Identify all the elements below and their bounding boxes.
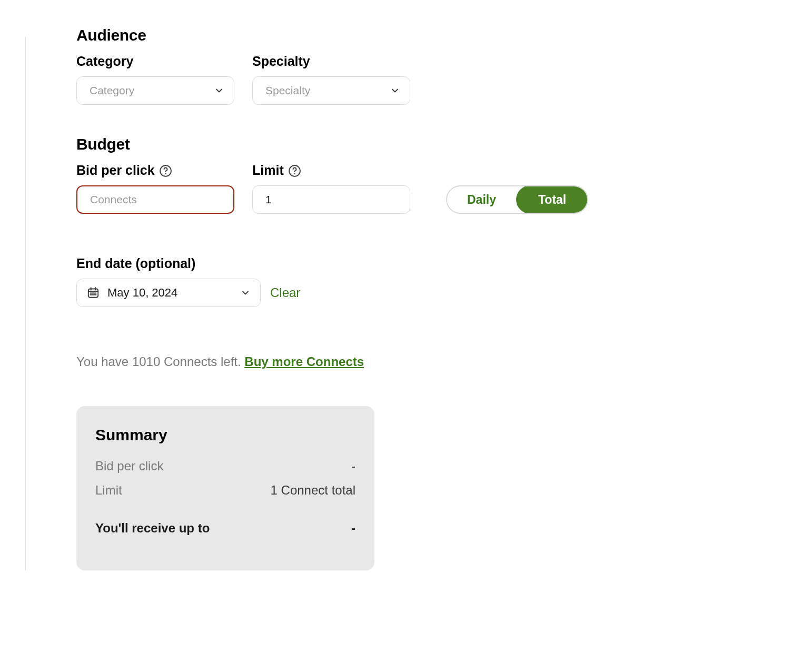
summary-receive-label: You'll receive up to [95, 521, 210, 536]
summary-receive-value: - [351, 521, 355, 536]
category-label: Category [76, 54, 234, 69]
summary-bid-label: Bid per click [95, 459, 163, 473]
clear-link[interactable]: Clear [270, 285, 300, 300]
bid-input[interactable]: Connects [76, 185, 234, 214]
toggle-daily[interactable]: Daily [447, 186, 516, 213]
summary-row-bid: Bid per click - [95, 459, 355, 473]
connects-text: You have 1010 Connects left. [76, 354, 244, 369]
summary-limit-label: Limit [95, 483, 122, 498]
chevron-down-icon [390, 85, 400, 96]
limit-label: Limit [252, 163, 410, 178]
limit-input[interactable]: 1 [252, 185, 410, 214]
summary-limit-value: 1 Connect total [271, 483, 355, 498]
help-icon[interactable] [159, 164, 172, 177]
enddate-picker[interactable]: May 10, 2024 [76, 279, 261, 307]
left-divider [25, 37, 26, 570]
limit-value: 1 [265, 193, 272, 206]
category-field: Category Category [76, 54, 234, 105]
enddate-label: End date (optional) [76, 256, 791, 271]
bid-label-text: Bid per click [76, 163, 155, 178]
bid-label: Bid per click [76, 163, 234, 178]
audience-heading: Audience [76, 26, 791, 44]
connects-remaining: You have 1010 Connects left. Buy more Co… [76, 354, 791, 369]
summary-heading: Summary [95, 426, 355, 444]
svg-point-1 [165, 173, 166, 174]
budget-heading: Budget [76, 135, 791, 153]
bid-field: Bid per click Connects [76, 163, 234, 214]
summary-card: Summary Bid per click - Limit 1 Connect … [76, 406, 374, 570]
specialty-placeholder: Specialty [265, 84, 310, 97]
limit-label-text: Limit [252, 163, 284, 178]
limit-field: Limit 1 [252, 163, 410, 214]
chevron-down-icon [214, 85, 224, 96]
specialty-select[interactable]: Specialty [252, 76, 410, 105]
calendar-icon [86, 286, 100, 300]
category-select[interactable]: Category [76, 76, 234, 105]
help-icon[interactable] [288, 164, 301, 177]
enddate-value: May 10, 2024 [107, 286, 233, 300]
chevron-down-icon [240, 288, 251, 298]
svg-point-3 [294, 173, 295, 174]
bid-placeholder: Connects [90, 193, 137, 206]
limit-toggle: Daily Total [446, 185, 588, 214]
specialty-field: Specialty Specialty [252, 54, 410, 105]
category-placeholder: Category [90, 84, 134, 97]
summary-row-limit: Limit 1 Connect total [95, 483, 355, 498]
toggle-total[interactable]: Total [516, 185, 588, 214]
buy-connects-link[interactable]: Buy more Connects [244, 354, 364, 369]
summary-row-receive: You'll receive up to - [95, 521, 355, 536]
specialty-label: Specialty [252, 54, 410, 69]
summary-bid-value: - [351, 459, 355, 473]
